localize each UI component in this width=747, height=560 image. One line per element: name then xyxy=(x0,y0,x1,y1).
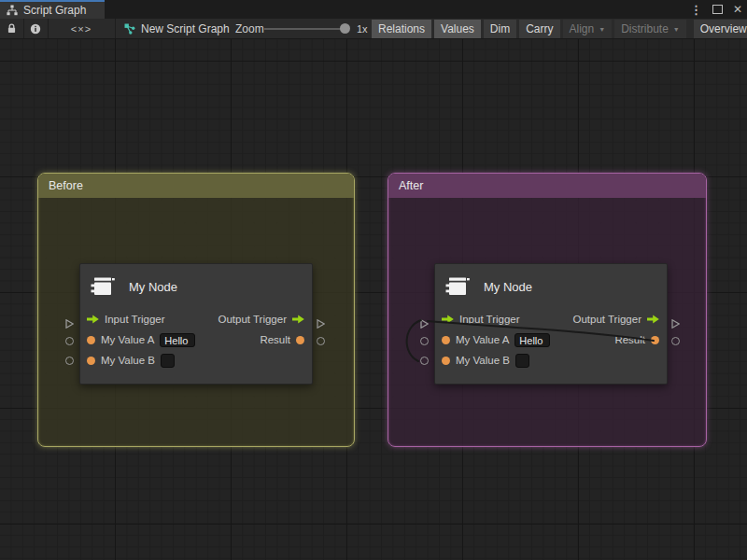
value-input-port[interactable] xyxy=(442,336,450,344)
my-node-before[interactable]: My Node Input Trigger Output Trigger My … xyxy=(79,263,313,385)
carry-button[interactable]: Carry xyxy=(519,20,559,38)
window-controls: ⋮ ✕ xyxy=(690,0,742,19)
node-title: My Node xyxy=(129,280,177,294)
code-preview-button[interactable]: <×> xyxy=(48,19,116,38)
flow-output-icon[interactable] xyxy=(292,315,304,324)
group-after-label: After xyxy=(399,179,423,192)
zoom-value: 1x xyxy=(357,19,368,38)
node-area-after: My Node Input Trigger Output Trigger My … xyxy=(420,263,682,385)
external-value-port[interactable] xyxy=(420,337,429,345)
toolbar-buttons: Relations Values Dim Carry Align ▼ Distr… xyxy=(372,20,747,38)
maximize-icon[interactable] xyxy=(712,5,723,14)
script-graph-icon xyxy=(7,5,18,16)
chevron-down-icon: ▼ xyxy=(599,25,605,33)
tab-bar: Script Graph ⋮ ✕ xyxy=(0,0,747,19)
my-node-after[interactable]: My Node Input Trigger Output Trigger My … xyxy=(434,263,668,385)
node-row-value-a: My Value A Hello Result xyxy=(435,329,667,350)
flow-input-icon[interactable] xyxy=(87,315,99,324)
align-button[interactable]: Align ▼ xyxy=(563,20,613,38)
node-row-trigger: Input Trigger Output Trigger xyxy=(435,309,667,329)
group-before-label: Before xyxy=(49,179,83,192)
value-a-input[interactable]: Hello xyxy=(160,333,195,347)
graph-icon xyxy=(124,23,135,35)
flow-input-icon[interactable] xyxy=(442,315,454,324)
info-button[interactable] xyxy=(23,19,49,38)
external-flow-input-port[interactable] xyxy=(65,315,74,332)
chevron-down-icon: ▼ xyxy=(673,25,680,33)
values-button[interactable]: Values xyxy=(434,20,481,38)
distribute-button[interactable]: Distribute ▼ xyxy=(614,20,686,38)
zoom-label: Zoom xyxy=(235,19,264,38)
relations-button[interactable]: Relations xyxy=(372,20,431,38)
value-b-input[interactable] xyxy=(515,354,529,368)
node-icon xyxy=(444,273,472,301)
menu-icon[interactable]: ⋮ xyxy=(690,4,702,16)
value-b-input[interactable] xyxy=(161,354,175,368)
flow-output-icon[interactable] xyxy=(647,315,659,324)
node-header: My Node xyxy=(435,264,667,309)
tab-label: Script Graph xyxy=(23,4,86,17)
value-output-port[interactable] xyxy=(296,336,304,344)
node-row-trigger: Input Trigger Output Trigger xyxy=(80,309,312,329)
external-value-port[interactable] xyxy=(317,337,325,345)
external-value-port[interactable] xyxy=(671,337,680,345)
dim-button[interactable]: Dim xyxy=(484,20,516,38)
node-row-value-a: My Value A Hello Result xyxy=(80,329,312,350)
group-before-header[interactable]: Before xyxy=(38,174,354,198)
external-flow-input-port[interactable] xyxy=(420,315,429,332)
graph-canvas[interactable]: Before After xyxy=(0,39,747,560)
node-row-value-b: My Value B xyxy=(80,350,312,371)
external-value-port[interactable] xyxy=(65,357,74,365)
external-value-port[interactable] xyxy=(420,357,429,365)
code-icon: <×> xyxy=(71,23,92,35)
script-graph-window: Script Graph ⋮ ✕ xyxy=(0,0,747,560)
graph-toolbar: <×> New Script Graph Zoom 1x Relations V… xyxy=(0,19,747,39)
zoom-slider-track[interactable] xyxy=(264,28,346,30)
tab-script-graph[interactable]: Script Graph xyxy=(0,0,105,19)
graph-title-button[interactable]: New Script Graph xyxy=(124,19,230,38)
graph-name-label: New Script Graph xyxy=(141,22,230,35)
lock-button[interactable] xyxy=(0,19,24,38)
info-icon xyxy=(30,23,41,35)
value-input-port[interactable] xyxy=(442,357,450,365)
node-row-value-b: My Value B xyxy=(435,350,667,371)
lock-icon xyxy=(7,23,17,34)
group-after-header[interactable]: After xyxy=(388,174,706,198)
value-input-port[interactable] xyxy=(87,336,95,344)
node-title: My Node xyxy=(484,280,532,294)
external-flow-output-port[interactable] xyxy=(671,315,680,332)
node-header: My Node xyxy=(80,264,312,309)
overview-button[interactable]: Overview xyxy=(694,20,747,38)
external-value-port[interactable] xyxy=(65,337,74,345)
zoom-slider-knob[interactable] xyxy=(340,23,350,34)
node-icon xyxy=(90,273,118,301)
value-a-input[interactable]: Hello xyxy=(514,333,550,347)
close-icon[interactable]: ✕ xyxy=(733,4,742,15)
value-input-port[interactable] xyxy=(87,357,95,365)
node-area-before: My Node Input Trigger Output Trigger My … xyxy=(65,263,327,385)
value-output-port[interactable] xyxy=(651,336,659,344)
external-flow-output-port[interactable] xyxy=(317,315,325,332)
